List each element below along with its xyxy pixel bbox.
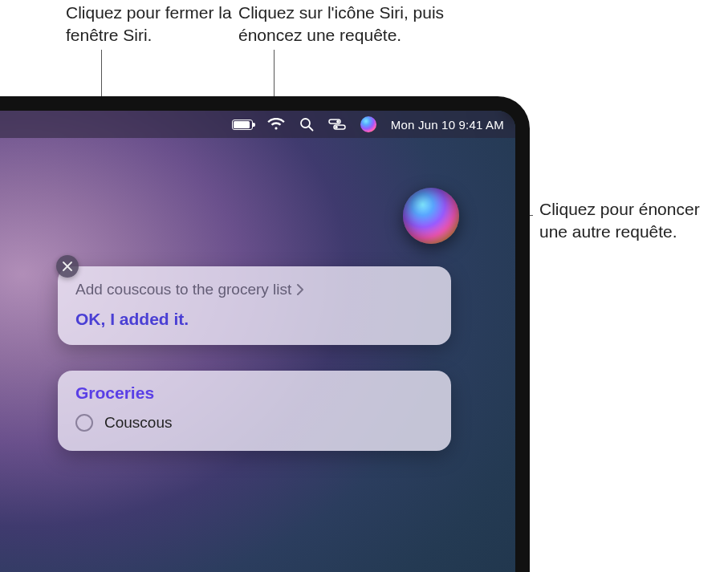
battery-icon[interactable]	[232, 116, 253, 132]
siri-request-text: Add couscous to the grocery list	[75, 281, 291, 298]
control-center-icon[interactable]	[328, 116, 346, 132]
svg-point-5	[335, 126, 338, 129]
svg-line-1	[309, 127, 313, 131]
reminders-list-card[interactable]: Groceries Couscous	[58, 371, 451, 451]
close-icon	[63, 262, 72, 271]
siri-menubar-icon[interactable]	[360, 116, 376, 132]
siri-request-row[interactable]: Add couscous to the grocery list	[75, 281, 433, 298]
reminder-item-label: Couscous	[104, 414, 173, 432]
chevron-right-icon	[296, 284, 304, 295]
callout-siri-orb: Cliquez pour énoncer une autre requête.	[539, 198, 716, 244]
menu-bar: Mon Jun 10 9:41 AM	[0, 111, 515, 138]
svg-point-0	[301, 119, 310, 128]
list-item[interactable]: Couscous	[75, 414, 433, 432]
svg-point-3	[336, 120, 340, 124]
device-frame: Mon Jun 10 9:41 AM Add couscous to the g…	[0, 96, 530, 572]
siri-response-text: OK, I added it.	[75, 310, 433, 329]
menubar-datetime[interactable]: Mon Jun 10 9:41 AM	[391, 118, 504, 132]
siri-orb-button[interactable]	[403, 188, 459, 244]
siri-response-card: Add couscous to the grocery list OK, I a…	[58, 266, 451, 345]
wifi-icon[interactable]	[267, 116, 285, 132]
close-siri-button[interactable]	[56, 255, 79, 278]
callout-menubar-siri: Cliquez sur l'icône Siri, puis énoncez u…	[238, 2, 495, 47]
spotlight-search-icon[interactable]	[299, 116, 314, 132]
reminders-list-title: Groceries	[75, 383, 433, 403]
desktop-screen: Mon Jun 10 9:41 AM Add couscous to the g…	[0, 111, 515, 572]
reminder-checkbox[interactable]	[75, 414, 93, 432]
